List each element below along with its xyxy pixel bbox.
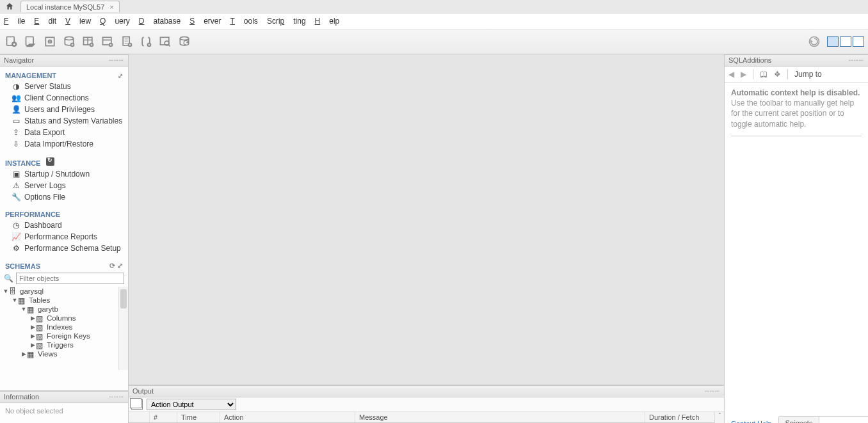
gear-icon: ⚙: [12, 244, 20, 253]
forward-icon[interactable]: ▶: [741, 70, 746, 79]
folder-icon: ▧: [36, 323, 45, 331]
layout-left-button[interactable]: [827, 36, 839, 47]
new-sql-tab-icon[interactable]: [4, 34, 19, 49]
main-toolbar: i: [0, 29, 868, 54]
nav-users-privileges[interactable]: 👤Users and Privileges: [0, 104, 128, 115]
nav-server-status[interactable]: ◑Server Status: [0, 81, 128, 92]
expand-all-icon[interactable]: ⤢: [117, 262, 123, 269]
menu-database[interactable]: Database: [139, 17, 181, 26]
sqladditions-title: SQLAdditions ┄┄┄: [725, 54, 868, 67]
warning-icon: ⚠: [12, 181, 20, 190]
update-icon[interactable]: [807, 34, 822, 49]
output-scrollbar[interactable]: ˄: [714, 412, 724, 423]
menu-file[interactable]: File: [4, 17, 25, 26]
tab-snippets[interactable]: Snippets: [779, 417, 820, 423]
menu-scripting[interactable]: Scripting: [267, 17, 306, 26]
dotted-grip-icon[interactable]: ┄┄┄: [849, 56, 864, 65]
nav-server-logs[interactable]: ⚠Server Logs: [0, 180, 128, 191]
report-icon: 📈: [12, 232, 20, 241]
magnifier-icon: 🔍: [4, 274, 13, 283]
open-sql-icon[interactable]: [23, 34, 38, 49]
dotted-grip-icon[interactable]: ┄┄┄: [109, 393, 124, 401]
panel-layout-buttons: [826, 36, 864, 47]
instance-icon: [46, 157, 54, 166]
menu-tools[interactable]: Tools: [230, 17, 258, 26]
tree-scrollbar[interactable]: [118, 287, 128, 370]
col-status[interactable]: [129, 412, 150, 422]
layout-bottom-button[interactable]: [840, 36, 851, 47]
editor-area[interactable]: [129, 54, 724, 385]
manual-help-icon[interactable]: 🕮: [760, 70, 768, 79]
col-num[interactable]: #: [150, 412, 177, 422]
expand-icon[interactable]: ⤢: [118, 72, 123, 79]
gauge-icon: ◷: [12, 221, 20, 230]
new-function-icon[interactable]: [138, 34, 154, 49]
context-help-body: Automatic context help is disabled. Use …: [725, 83, 868, 416]
reconnect-icon[interactable]: [177, 34, 192, 49]
tree-toggle-icon[interactable]: [29, 342, 36, 348]
col-time[interactable]: Time: [177, 412, 220, 422]
tab-context-help[interactable]: Context Help: [725, 416, 779, 423]
output-stack-icon[interactable]: [131, 399, 143, 410]
users-icon: 👤: [12, 105, 20, 114]
inspector-icon[interactable]: i: [42, 34, 58, 49]
connection-tab[interactable]: Local instance MySQL57 ×: [20, 1, 120, 12]
search-icon[interactable]: [157, 34, 173, 49]
nav-data-export[interactable]: ⇪Data Export: [0, 127, 128, 138]
close-icon[interactable]: ×: [109, 3, 113, 11]
nav-startup-shutdown[interactable]: ▣Startup / Shutdown: [0, 168, 128, 180]
col-message[interactable]: Message: [355, 412, 645, 422]
performance-header: PERFORMANCE: [5, 211, 60, 218]
new-procedure-icon[interactable]: [119, 34, 134, 49]
output-grid[interactable]: # Time Action Message Duration / Fetch ●…: [129, 412, 724, 423]
schema-filter-input[interactable]: [16, 273, 124, 284]
back-icon[interactable]: ◀: [728, 70, 734, 79]
export-icon: ⇪: [12, 128, 20, 137]
menu-view[interactable]: View: [65, 17, 91, 26]
nav-perf-schema[interactable]: ⚙Performance Schema Setup: [0, 243, 128, 254]
menu-edit[interactable]: Edit: [34, 17, 56, 26]
home-tab[interactable]: [3, 1, 17, 12]
tree-toggle-icon[interactable]: [29, 315, 36, 321]
tree-table[interactable]: garytb: [38, 305, 58, 313]
svg-point-17: [180, 37, 188, 40]
schema-tree[interactable]: 🗄 garysql ▦ Tables ▦ garytb ▧Columns ▧In…: [0, 287, 128, 370]
menu-query[interactable]: Query: [100, 17, 130, 26]
tree-toggle-icon[interactable]: [20, 306, 27, 312]
auto-help-icon[interactable]: ❖: [774, 70, 781, 79]
new-view-icon[interactable]: [100, 34, 115, 49]
instance-header: INSTANCE: [5, 159, 40, 167]
menu-server[interactable]: Server: [189, 17, 221, 26]
status-icon: ◑: [12, 82, 20, 91]
tree-toggle-icon[interactable]: [3, 288, 9, 294]
wrench-icon: 🔧: [12, 193, 20, 202]
output-type-select[interactable]: Action Output: [147, 399, 236, 410]
dotted-grip-icon[interactable]: ┄┄┄: [705, 387, 720, 395]
dotted-grip-icon[interactable]: ┄┄┄: [109, 56, 124, 65]
management-header: MANAGEMENT: [5, 72, 56, 79]
menu-help[interactable]: Help: [315, 17, 340, 26]
scroll-up-icon[interactable]: ˄: [715, 412, 724, 421]
new-table-icon[interactable]: [81, 34, 96, 49]
tree-toggle-icon[interactable]: [29, 324, 36, 330]
nav-perf-reports[interactable]: 📈Performance Reports: [0, 231, 128, 243]
tree-db[interactable]: garysql: [20, 287, 44, 295]
folder-icon: ▦: [18, 296, 27, 304]
refresh-icon[interactable]: ⟳: [109, 262, 115, 269]
nav-options-file[interactable]: 🔧Options File: [0, 191, 128, 203]
new-schema-icon[interactable]: [61, 34, 77, 49]
tree-toggle-icon[interactable]: [29, 333, 36, 339]
connection-tab-label: Local instance MySQL57: [26, 3, 104, 11]
tree-toggle-icon[interactable]: [20, 351, 27, 357]
tree-toggle-icon[interactable]: [12, 297, 18, 303]
nav-data-import[interactable]: ⇩Data Import/Restore: [0, 138, 128, 150]
col-action[interactable]: Action: [220, 412, 355, 422]
nav-dashboard[interactable]: ◷Dashboard: [0, 219, 128, 231]
col-duration[interactable]: Duration / Fetch: [645, 412, 724, 422]
tree-tables[interactable]: Tables: [29, 296, 50, 304]
nav-status-variables[interactable]: ▭Status and System Variables: [0, 115, 128, 127]
database-icon: 🗄: [9, 287, 18, 295]
jump-to-label[interactable]: Jump to: [794, 70, 822, 79]
nav-client-connections[interactable]: 👥Client Connections: [0, 92, 128, 104]
layout-right-button[interactable]: [853, 36, 864, 47]
